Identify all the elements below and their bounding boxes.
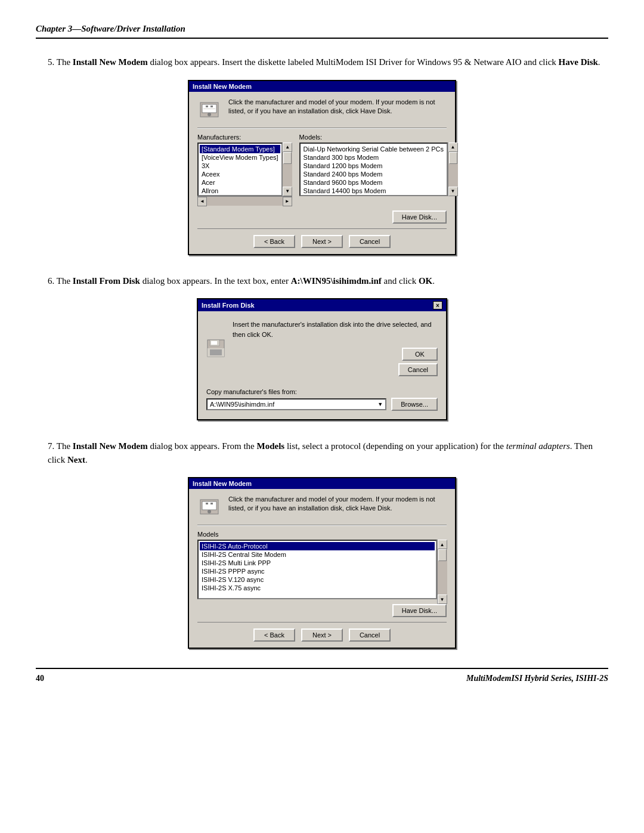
models-listbox-container[interactable]: Dial-Up Networking Serial Cable between … [299,143,457,196]
next-button-3[interactable]: Next > [301,628,343,642]
svg-rect-14 [206,503,208,504]
list-item[interactable]: ISIHI-2S X.75 async [200,584,435,592]
list-item[interactable]: [Standard Modem Types] [200,145,280,153]
list-item[interactable]: Dial-Up Networking Serial Cable between … [302,145,445,153]
list-item[interactable]: Allron [200,187,280,195]
svg-point-2 [208,113,211,116]
scroll-thumb[interactable] [283,152,292,164]
dialog2-ok-cancel: OK Cancel [233,348,438,376]
hscroll-left-arrow[interactable]: ◄ [197,197,207,206]
scroll-down-arrow[interactable]: ▼ [438,594,447,604]
manufacturers-listbox[interactable]: [Standard Modem Types] [VoiceView Modem … [197,143,283,196]
manufacturers-section: Manufacturers: [Standard Modem Types] [V… [197,134,292,206]
dialog3-title: Install New Modem [193,480,252,487]
have-disk-button-3[interactable]: Have Disk... [392,604,447,617]
dialog1-intro-text: Click the manufacturer and model of your… [228,98,447,116]
install-new-modem-dialog-1: Install New Modem [188,80,456,255]
hscroll-right-arrow[interactable]: ► [283,197,292,206]
dialog3-top-section: Click the manufacturer and model of your… [197,495,447,519]
scroll-down-arrow[interactable]: ▼ [283,187,292,196]
dialog2-intro-text: Insert the manufacturer's installation d… [233,320,438,339]
dialog3-models-label: Models [197,531,447,538]
dialog1-top-section: Click the manufacturer and model of your… [197,98,447,122]
list-item[interactable]: Aceex [200,170,280,178]
file-path-input-wrapper[interactable]: ▼ [206,398,386,410]
chapter-header: Chapter 3—Software/Driver Installation [36,24,608,39]
dialog3-have-disk-row: Have Disk... [197,604,447,617]
page-footer: 40 MultiModemISI Hybrid Series, ISIHI-2S [36,668,608,683]
scroll-thumb[interactable] [449,152,457,164]
list-item[interactable]: ISIHI-2S V.120 async [200,575,435,584]
dialog3-divider [197,525,447,526]
manufacturers-listbox-container[interactable]: [Standard Modem Types] [VoiceView Modem … [197,143,292,196]
dialog2-top: Insert the manufacturer's installation d… [206,320,438,376]
have-disk-button[interactable]: Have Disk... [392,210,447,224]
list-item[interactable]: Standard 2400 bps Modem [302,170,445,178]
dialog2-bottom: Copy manufacturer's files from: ▼ Browse… [206,388,438,411]
product-name: MultiModemISI Hybrid Series, ISIHI-2S [466,674,608,683]
modem-icon-2 [197,495,221,519]
scroll-track [438,549,447,594]
install-from-disk-dialog: Install From Disk × [197,298,447,420]
ok-button[interactable]: OK [402,348,438,361]
copy-label: Copy manufacturer's files from: [206,388,438,395]
hscroll-track [207,197,283,206]
list-item[interactable]: 3X [200,162,280,170]
list-item[interactable]: ISIHI-2S Central Site Modem [200,550,435,559]
dialog2-wrapper: Install From Disk × [36,298,608,420]
dialog3-wrapper: Install New Modem [36,477,608,649]
step-6-text: 6. The Install From Disk dialog box appe… [36,274,608,288]
step-5-text: 5. The Install New Modem dialog box appe… [36,55,608,69]
svg-rect-4 [210,106,213,107]
list-item[interactable]: Standard 1200 bps Modem [302,162,445,170]
list-item[interactable]: Standard 19200 bps Modem [302,195,445,196]
step-5-container: 5. The Install New Modem dialog box appe… [36,55,608,255]
dialog1-button-row: < Back Next > Cancel [197,228,447,248]
manufacturers-hscroll[interactable]: ◄ ► [197,196,292,206]
close-icon[interactable]: × [433,301,442,309]
scroll-up-arrow[interactable]: ▲ [448,143,458,152]
step-7-text: 7. The Install New Modem dialog box appe… [36,439,608,466]
modem-icon [197,98,221,122]
back-button-3[interactable]: < Back [253,628,295,642]
dialog3-body: Click the manufacturer and model of your… [189,489,455,648]
list-item[interactable]: [VoiceView Modem Types] [200,153,280,162]
models-scrollbar[interactable]: ▲ ▼ [448,143,457,196]
svg-rect-12 [202,501,216,510]
svg-rect-5 [203,109,215,109]
list-item[interactable]: ISIHI-2S Auto-Protocol [200,542,435,550]
cancel-button[interactable]: Cancel [349,235,391,248]
cancel-button[interactable]: Cancel [398,363,438,376]
manufacturers-scrollbar[interactable]: ▲ ▼ [283,143,292,196]
dialog1-titlebar: Install New Modem [189,81,455,92]
dialog1-wrapper: Install New Modem [36,80,608,255]
scroll-up-arrow[interactable]: ▲ [283,143,292,152]
scroll-thumb[interactable] [438,549,447,561]
svg-rect-15 [210,503,213,504]
list-item[interactable]: Acer [200,178,280,187]
dropdown-arrow-icon[interactable]: ▼ [377,401,383,407]
dialog2-titlebar: Install From Disk × [198,299,446,311]
list-item[interactable]: ISIHI-2S Multi Link PPP [200,559,435,567]
dialog3-models-listbox[interactable]: ISIHI-2S Auto-Protocol ISIHI-2S Central … [197,540,437,599]
back-button[interactable]: < Back [253,235,295,248]
scroll-down-arrow[interactable]: ▼ [448,187,458,196]
browse-button[interactable]: Browse... [391,398,438,411]
dialog3-models-listbox-container[interactable]: ISIHI-2S Auto-Protocol ISIHI-2S Central … [197,540,447,604]
list-item[interactable]: Standard 14400 bps Modem [302,187,445,195]
dialog3-titlebar: Install New Modem [189,478,455,489]
step-6-number: 6. [48,276,54,286]
file-path-input[interactable] [210,401,377,408]
dialog3-models-section: Models ISIHI-2S Auto-Protocol ISIHI-2S C… [197,531,447,604]
list-item[interactable]: ISIHI-2S PPPP async [200,567,435,575]
svg-rect-3 [206,106,208,107]
list-item[interactable]: Standard 300 bps Modem [302,153,445,162]
cancel-button-3[interactable]: Cancel [349,628,391,642]
scroll-up-arrow[interactable]: ▲ [438,540,447,549]
dialog3-models-scrollbar[interactable]: ▲ ▼ [437,540,447,604]
next-button[interactable]: Next > [301,235,343,248]
dialog2-title: Install From Disk [202,302,255,309]
models-listbox[interactable]: Dial-Up Networking Serial Cable between … [299,143,448,196]
list-item[interactable]: Standard 9600 bps Modem [302,178,445,187]
disk-icon [206,339,225,358]
